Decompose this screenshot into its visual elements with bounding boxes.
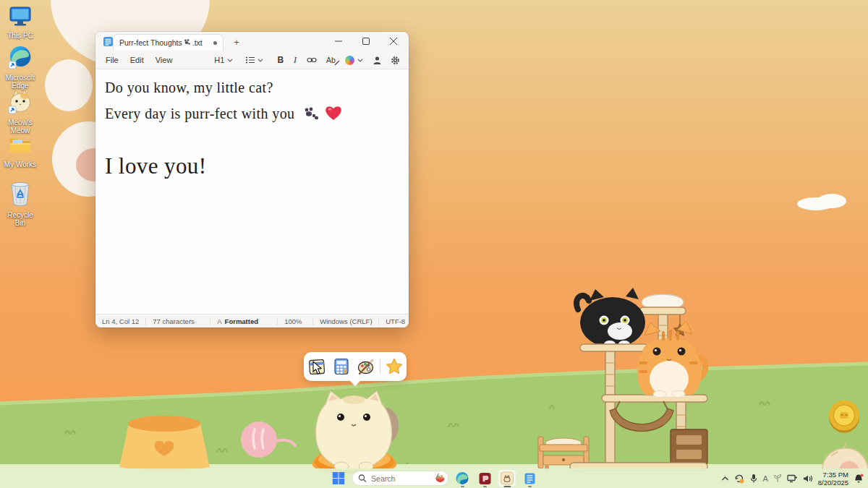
editor-line: Do you know, my little cat? bbox=[105, 80, 273, 96]
tab-purrfect-thoughts[interactable]: Purr-fect Thoughts.txt bbox=[113, 34, 224, 51]
taskbar-cat-pet-app[interactable] bbox=[498, 469, 516, 487]
cloud-art bbox=[794, 191, 852, 213]
network-icon[interactable] bbox=[787, 474, 798, 483]
encoding: UTF-8 bbox=[378, 317, 412, 325]
search-icon bbox=[359, 474, 367, 482]
text-editor[interactable]: Do you know, my little cat? Every day is… bbox=[96, 69, 408, 314]
cat-tree-art bbox=[568, 288, 710, 474]
taskbar-notepad[interactable] bbox=[521, 469, 539, 487]
plant-icon[interactable] bbox=[773, 474, 782, 483]
copilot-dropdown[interactable] bbox=[342, 54, 367, 67]
icon-label: Recycle Bin bbox=[1, 211, 39, 227]
zoom-level[interactable]: 100% bbox=[277, 317, 312, 325]
clear-format-button[interactable]: Ab bbox=[323, 54, 339, 66]
person-icon bbox=[373, 56, 382, 65]
running-indicator bbox=[528, 486, 532, 488]
heading-dropdown[interactable]: H1 bbox=[211, 54, 237, 66]
gear-icon bbox=[391, 56, 400, 65]
titlebar[interactable]: Purr-fect Thoughts.txt + bbox=[95, 32, 409, 51]
account-button[interactable] bbox=[370, 54, 385, 67]
line-ending: Windows (CRLF) bbox=[312, 317, 378, 325]
sync-update-icon[interactable] bbox=[734, 474, 745, 484]
heart-icon bbox=[325, 106, 342, 121]
tab-title: Purr-fect Thoughts.txt bbox=[119, 38, 203, 47]
taskbar: A 7:35 PM 8/20/2025 bbox=[0, 468, 868, 488]
edge-browser-icon bbox=[456, 471, 469, 485]
orange-cat-art bbox=[637, 321, 705, 398]
mouse-cursor bbox=[312, 361, 324, 375]
start-button[interactable] bbox=[330, 469, 348, 487]
editor-line: I love you! bbox=[105, 153, 206, 179]
taskbar-red-app[interactable] bbox=[476, 469, 494, 487]
format-status: AFormatted bbox=[210, 317, 277, 325]
settings-button[interactable] bbox=[388, 54, 403, 67]
tray-chevron-up[interactable] bbox=[721, 476, 729, 481]
edge-browser-icon bbox=[8, 45, 33, 69]
clock[interactable]: 7:35 PM 8/20/2025 bbox=[818, 471, 848, 487]
paw-prints-icon bbox=[303, 107, 319, 120]
link-icon bbox=[307, 56, 317, 64]
menu-file[interactable]: File bbox=[100, 53, 124, 67]
desktop: This PC Microsoft Edge Meow's Meow bbox=[0, 0, 868, 488]
chevron-down-icon bbox=[357, 57, 364, 63]
notification-bell-icon[interactable] bbox=[854, 474, 864, 484]
cat-app-icon bbox=[7, 88, 33, 114]
new-tab-button[interactable]: + bbox=[230, 36, 243, 49]
desktop-icon-this-pc[interactable]: This PC bbox=[1, 6, 39, 40]
menu-view[interactable]: View bbox=[150, 53, 179, 67]
taskbar-edge[interactable] bbox=[454, 469, 472, 487]
paw-prints-icon bbox=[184, 39, 191, 46]
character-count: 77 characters bbox=[145, 317, 210, 325]
volume-icon[interactable] bbox=[803, 474, 813, 483]
list-icon bbox=[245, 56, 255, 64]
italic-button[interactable]: I bbox=[291, 53, 299, 67]
pen-slash-icon bbox=[334, 60, 340, 66]
tray-letter-icon[interactable]: A bbox=[762, 474, 767, 483]
desktop-icon-recycle-bin[interactable]: Recycle Bin bbox=[1, 181, 39, 227]
food-bowl-art bbox=[116, 411, 213, 476]
desktop-icon-edge[interactable]: Microsoft Edge bbox=[1, 45, 39, 90]
list-dropdown[interactable] bbox=[242, 54, 267, 66]
star-tool-button[interactable] bbox=[383, 356, 405, 377]
active-indicator bbox=[503, 486, 511, 488]
bold-button[interactable]: B bbox=[274, 53, 286, 67]
calculator-icon bbox=[332, 357, 351, 376]
search-box[interactable] bbox=[352, 471, 449, 486]
window-controls bbox=[325, 32, 407, 51]
editor-line: Every day is purr-fect with you bbox=[105, 106, 342, 122]
chevron-down-icon bbox=[226, 57, 234, 63]
red-app-icon bbox=[478, 472, 491, 485]
maximize-button[interactable] bbox=[352, 32, 380, 51]
notepad-window: Purr-fect Thoughts.txt + File Edit View … bbox=[95, 32, 409, 328]
search-highlight-food-icon bbox=[434, 473, 445, 484]
running-indicator bbox=[483, 486, 487, 488]
close-button[interactable] bbox=[380, 32, 407, 51]
link-button[interactable] bbox=[304, 54, 320, 66]
minimize-button[interactable] bbox=[325, 32, 352, 51]
cursor-position: Ln 4, Col 12 bbox=[95, 317, 145, 325]
calculator-tool-button[interactable] bbox=[331, 356, 352, 377]
running-indicator bbox=[461, 486, 464, 488]
desktop-icon-my-works[interactable]: My Works bbox=[1, 134, 39, 168]
paint-palette-icon bbox=[357, 357, 375, 376]
unsaved-indicator bbox=[213, 41, 217, 45]
menubar: File Edit View H1 B I Ab bbox=[95, 51, 409, 69]
copilot-icon bbox=[345, 56, 354, 65]
computer-monitor-icon bbox=[8, 6, 33, 27]
icon-label: Meow's Meow bbox=[1, 119, 39, 134]
icon-label: This PC bbox=[1, 32, 39, 40]
star-icon bbox=[385, 357, 404, 376]
notepad-app-icon bbox=[523, 472, 536, 485]
date: 8/20/2025 bbox=[818, 479, 848, 487]
microphone-icon[interactable] bbox=[750, 474, 757, 483]
search-input[interactable] bbox=[370, 474, 430, 484]
cat-pet-app-icon bbox=[501, 471, 514, 485]
paint-tool-button[interactable] bbox=[355, 356, 377, 377]
black-cat-art bbox=[576, 288, 645, 348]
chevron-down-icon bbox=[257, 57, 264, 63]
desktop-icon-meows-meow[interactable]: Meow's Meow bbox=[1, 88, 39, 134]
coin-button[interactable] bbox=[826, 398, 862, 435]
time: 7:35 PM bbox=[818, 471, 848, 479]
menu-edit[interactable]: Edit bbox=[124, 53, 150, 67]
statusbar: Ln 4, Col 12 77 characters AFormatted 10… bbox=[95, 314, 409, 328]
